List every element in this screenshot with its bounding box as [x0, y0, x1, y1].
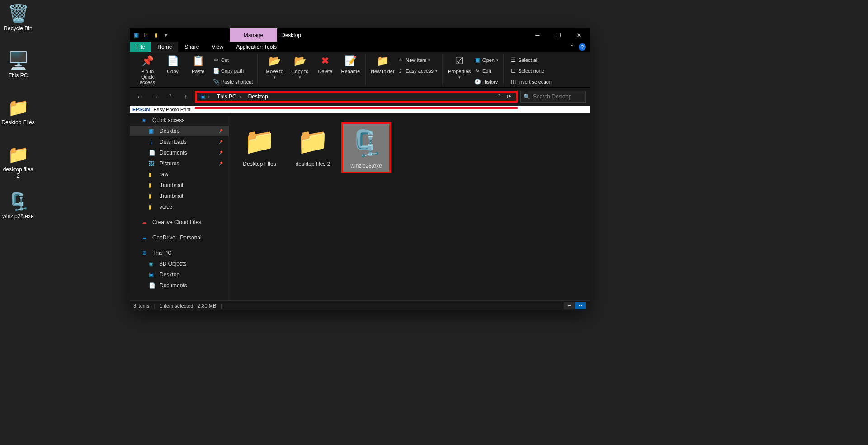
help-icon[interactable]: ? — [579, 43, 586, 51]
easy-access-button[interactable]: ⤴Easy access — [396, 66, 439, 76]
nav-voice[interactable]: ▮voice — [130, 201, 229, 212]
nav-this-pc[interactable]: 🖥This PC — [130, 248, 229, 258]
nav-desktop[interactable]: ▣Desktop — [130, 269, 229, 280]
tab-application-tools[interactable]: Application Tools — [230, 42, 283, 52]
desktop-icon-folder[interactable]: 📁 desktop files 2 — [1, 145, 35, 179]
quick-access-toolbar: ▣ ☑ ▮ ▾ — [130, 28, 170, 42]
copy-to-button[interactable]: 📂Copy to — [288, 54, 312, 80]
search-input[interactable]: 🔍 Search Desktop — [520, 91, 586, 103]
open-icon: ▣ — [474, 57, 481, 63]
nav-desktop[interactable]: ▣Desktop📍 — [130, 126, 229, 136]
desktop-icon-recycle-bin[interactable]: 🗑️ Recycle Bin — [1, 4, 35, 32]
nav-thumbnail[interactable]: ▮thumbnail — [130, 191, 229, 201]
tab-file[interactable]: File — [130, 42, 151, 52]
pin-icon: 📌 — [135, 55, 160, 68]
invert-selection-button[interactable]: ◫Invert selection — [508, 77, 553, 87]
desktop-icon-this-pc[interactable]: 🖥️ This PC — [1, 51, 35, 79]
nav-3d-objects[interactable]: ◉3D Objects — [130, 258, 229, 269]
forward-button[interactable]: → — [149, 93, 161, 100]
breadcrumb-segment[interactable]: This PC› — [213, 94, 245, 100]
desktop-icon-exe[interactable]: 🗜️ winzip28.exe — [1, 192, 35, 220]
paste-button[interactable]: 📋Paste — [186, 54, 210, 74]
view-large-icons-button[interactable]: ☷ — [575, 302, 586, 309]
up-button[interactable]: ↑ — [179, 93, 192, 100]
file-name: Desktop FIles — [236, 161, 283, 167]
qat-dropdown-icon[interactable]: ▾ — [162, 32, 170, 39]
address-bar[interactable]: ▣› This PC› Desktop ˅ ⟳ — [195, 91, 518, 103]
history-icon: 🕘 — [474, 79, 481, 85]
new-item-button[interactable]: ✧New item — [396, 55, 439, 65]
nav-documents[interactable]: 📄Documents — [130, 280, 229, 291]
qat-folder-icon[interactable]: ▮ — [152, 32, 160, 39]
open-button[interactable]: ▣Open — [472, 55, 500, 65]
select-none-button[interactable]: ☐Select none — [508, 66, 553, 76]
nav-documents[interactable]: 📄Documents📍 — [130, 147, 229, 158]
move-to-button[interactable]: 📂Move to — [262, 54, 287, 80]
breadcrumb-segment[interactable]: Desktop — [245, 94, 272, 100]
history-button[interactable]: 🕘History — [472, 77, 500, 87]
ribbon-group-organize: 📂Move to 📂Copy to ✖Delete 📝Rename — [259, 54, 366, 85]
creative-cloud-icon: ☁ — [142, 219, 149, 225]
minimize-button[interactable]: ─ — [527, 28, 548, 42]
nav-quick-access[interactable]: ★Quick access — [130, 115, 229, 126]
select-all-button[interactable]: ☰Select all — [508, 55, 553, 65]
tab-share[interactable]: Share — [178, 42, 205, 52]
file-item-selected[interactable]: 🗜️ winzip28.exe — [341, 122, 391, 173]
recent-dropdown[interactable]: ˅ — [164, 94, 177, 100]
nav-pictures[interactable]: 🖼Pictures📍 — [130, 158, 229, 169]
copy-button[interactable]: 📄Copy — [160, 54, 185, 74]
contextual-tab-manage[interactable]: Manage — [230, 28, 277, 42]
window-title: Desktop — [281, 28, 301, 42]
status-selected-size: 2.80 MB — [198, 303, 216, 309]
file-item[interactable]: 📁 Desktop FIles — [235, 122, 284, 170]
location-icon: ▣ — [200, 94, 205, 100]
qat-checked-icon[interactable]: ☑ — [142, 32, 150, 39]
tab-view[interactable]: View — [205, 42, 230, 52]
titlebar[interactable]: ▣ ☑ ▮ ▾ Manage Desktop ─ ☐ ✕ — [130, 28, 590, 42]
search-icon: 🔍 — [524, 94, 530, 100]
desktop-icon: ▣ — [149, 272, 156, 278]
ribbon: 📌Pin to Quick access 📄Copy 📋Paste ✂Cut 📑… — [130, 52, 590, 88]
copy-path-button[interactable]: 📑Copy path — [211, 66, 255, 76]
this-pc-icon: 🖥 — [142, 250, 149, 256]
pin-icon: 📍 — [217, 160, 224, 167]
navigation-pane[interactable]: ★Quick access ▣Desktop📍 ⭳Downloads📍 📄Doc… — [130, 113, 229, 300]
folder-icon: ▮ — [149, 182, 156, 188]
pin-to-quick-access-button[interactable]: 📌Pin to Quick access — [135, 54, 160, 85]
paste-shortcut-button[interactable]: 📎Paste shortcut — [211, 77, 255, 87]
tab-home[interactable]: Home — [151, 42, 178, 52]
nav-thumbnail[interactable]: ▮thumbnail — [130, 180, 229, 191]
edit-button[interactable]: ✎Edit — [472, 66, 500, 76]
close-button[interactable]: ✕ — [569, 28, 590, 42]
explorer-body: ★Quick access ▣Desktop📍 ⭳Downloads📍 📄Doc… — [130, 113, 590, 300]
address-dropdown-icon[interactable]: ˅ — [498, 94, 500, 100]
documents-icon: 📄 — [149, 282, 156, 289]
file-item[interactable]: 📁 desktop files 2 — [288, 122, 338, 170]
rename-icon: 📝 — [338, 55, 363, 68]
refresh-icon[interactable]: ⟳ — [507, 94, 511, 100]
rename-button[interactable]: 📝Rename — [338, 54, 363, 74]
ribbon-group-select: ☰Select all ☐Select none ◫Invert selecti… — [505, 54, 556, 85]
nav-raw[interactable]: ▮raw — [130, 169, 229, 180]
desktop-icon-label: Recycle Bin — [1, 25, 35, 32]
new-folder-button[interactable]: 📁New folder — [370, 54, 395, 74]
easy-access-icon: ⤴ — [397, 68, 404, 74]
properties-icon: ☑ — [447, 55, 472, 68]
folder-icon: 📁 — [1, 145, 35, 164]
delete-button[interactable]: ✖Delete — [313, 54, 337, 74]
properties-button[interactable]: ☑Properties — [447, 54, 472, 80]
desktop-icon-folder[interactable]: 📁 Desktop FIles — [1, 98, 35, 126]
maximize-button[interactable]: ☐ — [548, 28, 569, 42]
folder-icon: ▮ — [149, 204, 156, 210]
back-button[interactable]: ← — [133, 93, 146, 100]
cut-icon: ✂ — [213, 57, 219, 63]
edit-icon: ✎ — [474, 68, 481, 74]
nav-creative-cloud[interactable]: ☁Creative Cloud Files — [130, 217, 229, 228]
nav-onedrive[interactable]: ☁OneDrive - Personal — [130, 232, 229, 243]
copy-to-icon: 📂 — [288, 55, 312, 68]
content-pane[interactable]: 📁 Desktop FIles 📁 desktop files 2 🗜️ win… — [229, 113, 590, 300]
nav-downloads[interactable]: ⭳Downloads📍 — [130, 136, 229, 147]
ribbon-collapse-icon[interactable]: ⌃ — [570, 44, 574, 50]
view-details-button[interactable]: ☰ — [564, 302, 575, 309]
cut-button[interactable]: ✂Cut — [211, 55, 255, 65]
